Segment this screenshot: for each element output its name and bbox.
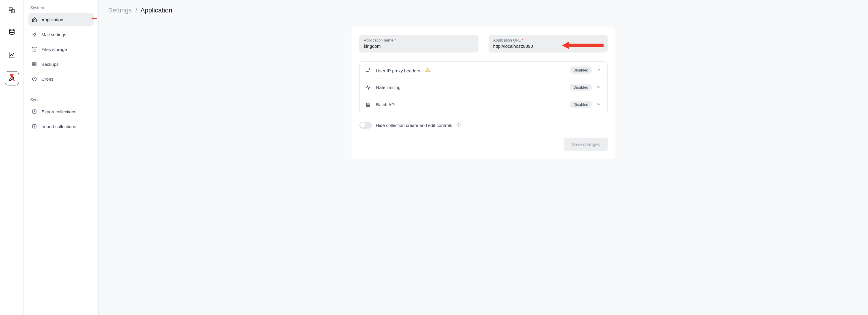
breadcrumb: Settings / Application (108, 6, 859, 14)
nav-label: Crons (41, 77, 53, 82)
nav-label: Import collections (41, 124, 76, 129)
svg-point-4 (9, 29, 14, 31)
rail-collections[interactable] (5, 25, 19, 39)
svg-point-15 (366, 71, 367, 72)
logo-icon: P B (8, 6, 16, 13)
svg-text:P: P (10, 8, 11, 10)
settings-panel: Application name * Application URL * (351, 27, 615, 159)
label-app-url: Application URL * (493, 38, 603, 42)
svg-marker-6 (91, 18, 97, 19)
status-badge: Disabled (570, 101, 592, 108)
svg-point-24 (459, 124, 459, 124)
input-app-name[interactable] (364, 44, 474, 49)
status-badge: Disabled (570, 84, 592, 91)
row-label-text: User IP proxy headers (376, 68, 421, 73)
clock-icon (31, 76, 37, 82)
chart-line-icon (8, 52, 16, 59)
archive-icon (31, 46, 37, 52)
send-icon (31, 31, 37, 37)
required-asterisk: * (522, 38, 523, 42)
input-app-url[interactable] (493, 44, 603, 49)
tools-icon (8, 75, 16, 82)
svg-rect-8 (33, 48, 36, 51)
route-icon (366, 68, 372, 73)
download-icon (31, 123, 37, 129)
settings-sidebar: System Application Mail settings Files s… (24, 0, 99, 315)
svg-point-16 (369, 68, 370, 69)
nav-label: Application (41, 17, 63, 22)
save-button[interactable]: Save changes (564, 138, 608, 151)
accordion-row-proxy-headers[interactable]: User IP proxy headers Disabled (360, 62, 608, 79)
toggle-hide-controls[interactable] (359, 122, 372, 129)
chevron-down-icon (596, 84, 601, 91)
sidebar-item-export[interactable]: Export collections (28, 105, 94, 118)
sidebar-item-files[interactable]: Files storage (28, 43, 94, 56)
section-title-sync: Sync (28, 97, 94, 102)
accordion-row-batch-api[interactable]: Batch API Disabled (360, 96, 608, 113)
status-badge: Disabled (570, 66, 592, 74)
required-asterisk: * (395, 38, 396, 42)
label-app-name: Application name * (364, 38, 474, 42)
breadcrumb-separator: / (135, 6, 137, 14)
row-label: Rate limiting (376, 85, 570, 90)
svg-rect-19 (366, 103, 370, 104)
svg-rect-21 (366, 106, 370, 107)
nav-label: Files storage (41, 47, 67, 52)
svg-rect-10 (33, 62, 36, 66)
sidebar-item-mail[interactable]: Mail settings (28, 28, 94, 41)
accordion: User IP proxy headers Disabled Rate limi… (359, 61, 608, 113)
form-row: Application name * Application URL * (359, 35, 608, 53)
row-label: User IP proxy headers (376, 67, 570, 73)
panel-footer: Save changes (359, 138, 608, 151)
rail-settings[interactable] (5, 71, 19, 85)
svg-point-18 (428, 70, 428, 71)
nav-label: Export collections (41, 109, 76, 114)
nav-label: Backups (41, 62, 59, 67)
nav-label: Mail settings (41, 32, 66, 37)
breadcrumb-root[interactable]: Settings (108, 6, 132, 14)
annotation-arrow-application (91, 16, 97, 21)
home-icon (31, 17, 37, 23)
chevron-down-icon (596, 67, 601, 74)
toggle-row-hide-controls: Hide collection create and edit controls (359, 122, 608, 129)
accordion-row-rate-limiting[interactable]: Rate limiting Disabled (360, 79, 608, 96)
svg-text:B: B (12, 11, 13, 12)
sidebar-item-backups[interactable]: Backups (28, 58, 94, 70)
sidebar-item-application[interactable]: Application (28, 13, 94, 26)
sidebar-item-import[interactable]: Import collections (28, 120, 94, 133)
toggle-knob (360, 122, 366, 128)
toggle-label: Hide collection create and edit controls (376, 123, 453, 128)
sidebar-item-crons[interactable]: Crons (28, 73, 94, 85)
icon-rail: P B (0, 0, 24, 315)
row-label: Batch API (376, 102, 570, 107)
breadcrumb-current: Application (141, 6, 173, 14)
database-icon (8, 28, 16, 36)
rail-logs[interactable] (5, 48, 19, 62)
main-content: Settings / Application Application name … (99, 0, 868, 315)
save-icon (31, 61, 37, 67)
chevron-down-icon (596, 102, 601, 108)
svg-rect-20 (366, 104, 370, 105)
activity-icon (366, 85, 372, 90)
label-text: Application URL (493, 38, 521, 42)
field-app-url[interactable]: Application URL * (489, 35, 608, 53)
field-app-name[interactable]: Application name * (359, 35, 478, 53)
section-title-system: System (28, 5, 94, 10)
info-icon[interactable] (456, 122, 461, 128)
stack-icon (366, 102, 372, 107)
app-logo[interactable]: P B (6, 4, 18, 16)
upload-icon (31, 109, 37, 114)
label-text: Application name (364, 38, 394, 42)
warning-icon (425, 68, 430, 73)
